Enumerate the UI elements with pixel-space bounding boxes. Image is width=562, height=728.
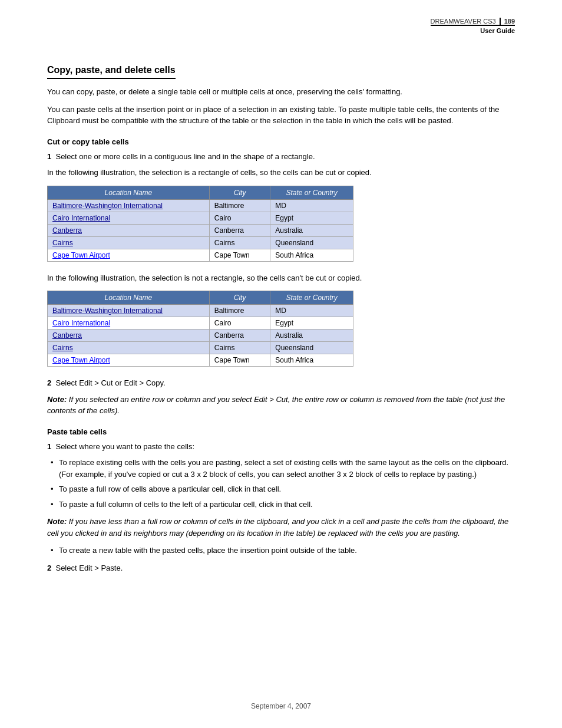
intro-paragraph-2: You can paste cells at the insertion poi… xyxy=(47,104,515,127)
table2-cell-location-2: Cairo International xyxy=(48,317,210,330)
step-2-paste: 2 Select Edit > Paste. xyxy=(47,562,515,574)
section-title: Copy, paste, and delete cells xyxy=(47,65,176,79)
sub-section-paste-title: Paste table cells xyxy=(47,427,515,436)
table2-cell-state-3: Australia xyxy=(270,330,353,342)
list-item: To paste a full row of cells above a par… xyxy=(47,483,515,495)
step-2-cut-copy: 2 Select Edit > Cut or Edit > Copy. xyxy=(47,377,515,389)
table2-section: Location Name City State or Country Balt… xyxy=(47,291,515,367)
table2-cell-location-5: Cape Town Airport xyxy=(48,354,210,367)
table2-cell-location-1: Baltimore-Washington International xyxy=(48,305,210,317)
table-row: Cairo International Cairo Egypt xyxy=(48,212,353,224)
note2-text: If you have less than a full row or colu… xyxy=(47,517,508,538)
table2-cell-state-4: Queensland xyxy=(270,342,353,354)
page-number: 189 xyxy=(500,18,515,25)
table1-cell-state-1: MD xyxy=(270,199,353,212)
table1-cell-location-5: Cape Town Airport xyxy=(48,249,210,261)
table-row: Baltimore-Washington International Balti… xyxy=(48,199,353,212)
table-row: Cairns Cairns Queensland xyxy=(48,342,353,354)
list-item: To paste a full column of cells to the l… xyxy=(47,499,515,510)
table1-cell-city-4: Cairns xyxy=(209,236,270,249)
table1-cell-location-1: Baltimore-Washington International xyxy=(48,199,210,212)
table1-col-city: City xyxy=(209,186,270,199)
step-2-paste-text: Select Edit > Paste. xyxy=(55,564,123,572)
table-row: Cairo International Cairo Egypt xyxy=(48,317,353,330)
table2-col-state: State or Country xyxy=(270,291,353,305)
table2-cell-city-4: Cairns xyxy=(209,342,270,354)
table-row: Canberra Canberra Australia xyxy=(48,330,353,342)
table2-cell-state-2: Egypt xyxy=(270,317,353,330)
table2-cell-city-5: Cape Town xyxy=(209,354,270,367)
table-row: Cairns Cairns Queensland xyxy=(48,236,353,249)
product-name: DREAMWEAVER CS3 xyxy=(431,18,496,25)
table1-header-row: Location Name City State or Country xyxy=(48,186,353,199)
step-1-text: Select one or more cells in a contiguous… xyxy=(55,152,315,161)
table1-cell-city-5: Cape Town xyxy=(209,249,270,261)
table1-cell-state-3: Australia xyxy=(270,224,353,236)
table2: Location Name City State or Country Balt… xyxy=(47,291,353,367)
table2-col-city: City xyxy=(209,291,270,305)
table2-cell-state-1: MD xyxy=(270,305,353,317)
step-2-text: Select Edit > Cut or Edit > Copy. xyxy=(55,378,165,387)
table-row: Cape Town Airport Cape Town South Africa xyxy=(48,354,353,367)
step-1-paste-text: Select where you want to paste the cells… xyxy=(55,442,194,451)
footer-date: September 4, 2007 xyxy=(251,702,311,710)
table1-section: Location Name City State or Country Balt… xyxy=(47,186,515,262)
intro-paragraph-1: You can copy, paste, or delete a single … xyxy=(47,86,515,98)
table1-cell-state-5: South Africa xyxy=(270,249,353,261)
note2: Note: If you have less than a full row o… xyxy=(47,516,515,539)
sub-section-cut-copy-title: Cut or copy table cells xyxy=(47,137,515,146)
note-label-1: Note: xyxy=(47,395,67,404)
step-num-2: 2 xyxy=(47,378,51,387)
table1-cell-city-1: Baltimore xyxy=(209,199,270,212)
guide-label: User Guide xyxy=(431,25,515,34)
table1-cell-location-3: Canberra xyxy=(48,224,210,236)
table-row: Canberra Canberra Australia xyxy=(48,224,353,236)
page-header: DREAMWEAVER CS3 189 User Guide xyxy=(431,18,515,34)
step-1-paste: 1 Select where you want to paste the cel… xyxy=(47,441,515,453)
step-1-cut-copy: 1 Select one or more cells in a contiguo… xyxy=(47,151,515,163)
table2-note: In the following illustration, the selec… xyxy=(47,272,515,284)
table1-cell-state-2: Egypt xyxy=(270,212,353,224)
note-label-2: Note: xyxy=(47,517,67,526)
step-num-paste-2: 2 xyxy=(47,564,51,572)
table-row: Baltimore-Washington International Balti… xyxy=(48,305,353,317)
note1-text: If you selected an entire row or column … xyxy=(47,395,505,416)
paste-bullet2-list: To create a new table with the pasted ce… xyxy=(47,545,515,556)
page-container: DREAMWEAVER CS3 189 User Guide Copy, pas… xyxy=(0,0,562,728)
table1-cell-location-4: Cairns xyxy=(48,236,210,249)
table1-cell-state-4: Queensland xyxy=(270,236,353,249)
list-item: To replace existing cells with the cells… xyxy=(47,457,515,480)
table1-cell-city-2: Cairo xyxy=(209,212,270,224)
table2-header-row: Location Name City State or Country xyxy=(48,291,353,305)
main-content: Copy, paste, and delete cells You can co… xyxy=(47,65,515,574)
table1: Location Name City State or Country Balt… xyxy=(47,186,353,262)
table2-cell-city-3: Canberra xyxy=(209,330,270,342)
table1-cell-city-3: Canberra xyxy=(209,224,270,236)
table2-cell-city-1: Baltimore xyxy=(209,305,270,317)
step-num-paste-1: 1 xyxy=(47,442,51,451)
table2-cell-location-3: Canberra xyxy=(48,330,210,342)
table2-col-location: Location Name xyxy=(48,291,210,305)
table2-cell-state-5: South Africa xyxy=(270,354,353,367)
table1-note: In the following illustration, the selec… xyxy=(47,167,515,179)
table1-cell-location-2: Cairo International xyxy=(48,212,210,224)
list-item: To create a new table with the pasted ce… xyxy=(47,545,515,556)
table-row: Cape Town Airport Cape Town South Africa xyxy=(48,249,353,261)
table2-cell-location-4: Cairns xyxy=(48,342,210,354)
table1-col-state: State or Country xyxy=(270,186,353,199)
note1: Note: If you selected an entire row or c… xyxy=(47,394,515,417)
step-num-1: 1 xyxy=(47,152,51,161)
paste-bullets: To replace existing cells with the cells… xyxy=(47,457,515,510)
table2-cell-city-2: Cairo xyxy=(209,317,270,330)
table1-col-location: Location Name xyxy=(48,186,210,199)
